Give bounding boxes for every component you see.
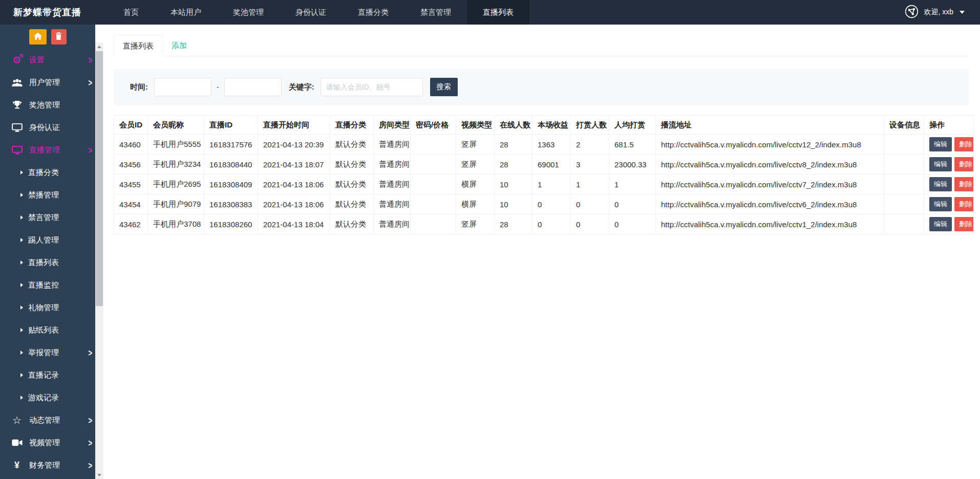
triangle-bullet-icon xyxy=(20,260,23,265)
user-menu[interactable]: 欢迎, xxb xyxy=(905,0,980,25)
chevron-right-icon: > xyxy=(88,55,92,65)
sidebar-subitem[interactable]: 踢人管理 xyxy=(0,229,103,251)
chevron-right-icon: > xyxy=(88,145,92,155)
table-cell: 1 xyxy=(609,175,656,194)
main-content: 直播列表 添加 时间: - 关键字: 搜索 会员ID会员昵称直播ID直播开始时间… xyxy=(103,25,980,479)
nav-item[interactable]: 本站用户 xyxy=(155,0,217,25)
sidebar-item[interactable]: ☆动态管理> xyxy=(0,409,103,431)
search-button[interactable]: 搜索 xyxy=(430,78,458,96)
table-body: 43460手机用户555516183175762021-04-13 20:39默… xyxy=(114,135,974,234)
table-cell: http://cctvalih5ca.v.myalicdn.com/live/c… xyxy=(656,155,884,175)
sidebar-subitem[interactable]: 礼物管理 xyxy=(0,296,103,319)
nav-item[interactable]: 奖池管理 xyxy=(217,0,280,25)
sidebar-subitem[interactable]: 直播监控 xyxy=(0,274,103,296)
chevron-right-icon: > xyxy=(88,438,92,448)
sidebar-item[interactable]: 奖池管理 xyxy=(0,94,103,116)
table-cell: 2021-04-13 18:07 xyxy=(258,155,330,175)
table-cell: 横屏 xyxy=(456,175,495,194)
delete-button[interactable]: 删除 xyxy=(954,217,974,231)
column-header: 直播ID xyxy=(204,116,258,135)
table-cell: 默认分类 xyxy=(330,155,374,175)
yen-icon: ¥ xyxy=(10,461,24,470)
sidebar-subitem[interactable]: 禁播管理 xyxy=(0,184,103,206)
nav-item[interactable]: 首页 xyxy=(108,0,155,25)
edit-button[interactable]: 编辑 xyxy=(929,197,952,211)
edit-button[interactable]: 编辑 xyxy=(929,137,952,151)
sidebar-subitem[interactable]: 直播记录 xyxy=(0,364,103,386)
table-cell: 0 xyxy=(532,194,571,214)
sidebar-subitem[interactable]: 直播分类 xyxy=(0,161,103,184)
scrollbar-thumb[interactable] xyxy=(96,51,103,306)
delete-button[interactable]: 删除 xyxy=(954,197,974,211)
table-cell: 竖屏 xyxy=(456,135,495,155)
sidebar-subitem[interactable]: 举报管理> xyxy=(0,341,103,364)
table-cell: http://cctvalih5ca.v.myalicdn.com/live/c… xyxy=(656,194,884,214)
sidebar-subitem[interactable]: 禁言管理 xyxy=(0,206,103,229)
table-cell: 23000.33 xyxy=(609,155,656,175)
nav-item[interactable]: 直播列表 xyxy=(467,0,529,25)
nav-item[interactable]: 身份认证 xyxy=(280,0,342,25)
sidebar-item[interactable]: 视频管理> xyxy=(0,431,103,454)
table-cell xyxy=(884,175,924,194)
table-cell: 2021-04-13 18:06 xyxy=(258,194,330,214)
sidebar-item[interactable]: 用户管理> xyxy=(0,71,103,94)
column-header: 打赏人数 xyxy=(571,116,609,135)
sidebar-item-label: 设置 xyxy=(29,55,45,65)
sidebar-item-label: 举报管理 xyxy=(28,348,59,358)
table-cell xyxy=(411,214,456,234)
edit-button[interactable]: 编辑 xyxy=(929,177,952,191)
topbar: 新梦蝶带货直播 首页本站用户奖池管理身份认证直播分类禁言管理直播列表 欢迎, x… xyxy=(0,0,980,25)
sidebar-item[interactable]: ¥财务管理> xyxy=(0,454,103,476)
actions-cell: 编辑删除 xyxy=(924,194,974,214)
column-header: 本场收益 xyxy=(532,116,571,135)
table-row: 43454手机用户907916183083832021-04-13 18:06默… xyxy=(114,194,974,214)
sidebar-subitem[interactable]: 贴纸列表 xyxy=(0,319,103,341)
home-button[interactable] xyxy=(29,29,47,45)
delete-button[interactable]: 删除 xyxy=(954,157,974,171)
keyword-label: 关键字: xyxy=(289,82,314,92)
chevron-right-icon: > xyxy=(88,77,92,88)
keyword-input[interactable] xyxy=(321,78,423,96)
tab-live-list[interactable]: 直播列表 xyxy=(114,35,163,56)
table-cell: 43460 xyxy=(114,135,148,155)
column-header: 会员ID xyxy=(114,116,148,135)
time-start-input[interactable] xyxy=(154,78,211,96)
table-cell: 竖屏 xyxy=(456,155,495,175)
table-cell: 手机用户3708 xyxy=(148,214,204,234)
scrollbar-track[interactable] xyxy=(95,42,103,479)
delete-button[interactable]: 删除 xyxy=(954,137,974,151)
sidebar-item[interactable]: 直播管理> xyxy=(0,139,103,161)
column-header: 人均打赏 xyxy=(609,116,656,135)
nav-item[interactable]: 直播分类 xyxy=(342,0,404,25)
table-cell: 0 xyxy=(532,214,571,234)
sidebar-subitem[interactable]: 直播列表 xyxy=(0,251,103,274)
table-cell xyxy=(411,135,456,155)
sidebar-item[interactable]: 身份认证 xyxy=(0,116,103,139)
time-end-input[interactable] xyxy=(224,78,282,96)
trophy-icon xyxy=(10,100,24,110)
sidebar-item-label: 奖池管理 xyxy=(29,100,60,110)
delete-button[interactable]: 删除 xyxy=(954,177,974,191)
edit-button[interactable]: 编辑 xyxy=(929,157,952,171)
triangle-bullet-icon xyxy=(20,193,23,197)
sidebar-item[interactable]: ⚙⚙设置> xyxy=(0,49,103,71)
monitor-icon xyxy=(10,123,24,133)
sidebar-subitem[interactable]: 游戏记录 xyxy=(0,386,103,409)
table-cell: 1618308260 xyxy=(204,214,258,234)
nav-item[interactable]: 禁言管理 xyxy=(404,0,467,25)
scrollbar-down-button[interactable] xyxy=(95,471,103,479)
scrollbar-up-button[interactable] xyxy=(95,42,103,51)
edit-button[interactable]: 编辑 xyxy=(929,217,952,231)
camera-icon xyxy=(10,439,24,447)
table-cell: 手机用户5555 xyxy=(148,135,204,155)
table-cell: 1618308383 xyxy=(204,194,258,214)
table-row: 43456手机用户323416183084402021-04-13 18:07默… xyxy=(114,155,974,175)
table-cell: 10 xyxy=(495,175,532,194)
tab-add[interactable]: 添加 xyxy=(163,35,196,56)
users-icon xyxy=(10,78,24,88)
table-row: 43455手机用户269516183084092021-04-13 18:06默… xyxy=(114,175,974,194)
trash-button[interactable] xyxy=(51,29,67,45)
actions-cell: 编辑删除 xyxy=(924,175,974,194)
table-cell: 1618308409 xyxy=(204,175,258,194)
triangle-bullet-icon xyxy=(20,396,23,400)
